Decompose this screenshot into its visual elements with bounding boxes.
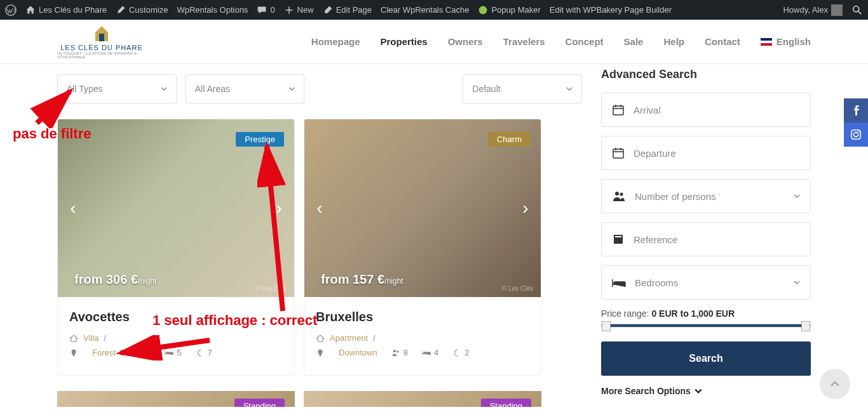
facebook-icon (850, 105, 862, 116)
price-slider[interactable] (601, 324, 811, 328)
bed-icon (165, 348, 173, 357)
nav-properties[interactable]: Properties (380, 36, 427, 47)
site-name-link[interactable]: Les Clés du Phare (25, 5, 107, 15)
edit-page-link[interactable]: Edit Page (323, 5, 372, 15)
search-button[interactable]: Search (601, 341, 811, 376)
property-title[interactable]: Avocettes (69, 310, 283, 324)
people-icon (130, 348, 139, 357)
property-type-link[interactable]: Villa (83, 333, 98, 343)
pin-icon (316, 348, 325, 357)
svg-point-2 (853, 6, 859, 11)
chevron-down-icon (794, 279, 800, 286)
watermark: © Les Clés (502, 285, 533, 292)
arrival-input[interactable]: Arrival (601, 93, 811, 127)
logo-subtitle: LE TOUQUET · LOCATIONS DE STANDING & CÔT… (57, 51, 146, 59)
watermark: © Les Clés (255, 285, 287, 292)
howdy-user[interactable]: Howdy, Alex (783, 4, 843, 16)
home-icon (69, 334, 78, 343)
moon-icon (452, 348, 461, 357)
svg-rect-9 (613, 149, 623, 158)
price-range-label: Price range: 0 EUR to 1,000 EUR (601, 308, 811, 319)
svg-point-10 (615, 192, 619, 195)
advanced-search-sidebar: Advanced Search Arrival Departure Number… (601, 64, 811, 407)
departure-input[interactable]: Departure (601, 136, 811, 170)
persons-select[interactable]: Number of persons (601, 179, 811, 213)
popup-maker-link[interactable]: Popup Maker (478, 5, 540, 15)
avatar (831, 4, 843, 16)
wprentals-options[interactable]: WpRentals Options (177, 5, 248, 15)
home-icon (316, 334, 325, 343)
bed-icon (422, 348, 431, 357)
language-switch[interactable]: English (761, 36, 811, 47)
nav-homepage[interactable]: Homepage (311, 36, 360, 47)
people-icon (391, 348, 400, 357)
svg-point-4 (132, 350, 134, 352)
property-badge: Charm (488, 132, 531, 147)
prev-image[interactable]: ‹ (63, 198, 83, 218)
property-type-link[interactable]: Apartment (330, 333, 368, 343)
svg-rect-8 (613, 106, 623, 115)
filter-types[interactable]: All Types (57, 74, 177, 103)
customize-link[interactable]: Customize (116, 5, 168, 15)
next-image[interactable]: › (515, 198, 536, 218)
pin-icon (69, 348, 78, 357)
chevron-down-icon (794, 193, 800, 199)
property-card[interactable]: Standing (304, 391, 541, 407)
filter-sort[interactable]: Default (463, 74, 582, 103)
chevron-down-icon (566, 86, 573, 92)
wp-logo[interactable] (5, 4, 17, 16)
property-title[interactable]: Bruxelles (316, 310, 529, 324)
badge-standing: Standing (234, 399, 285, 407)
filter-bar: All Types All Areas Default (57, 74, 582, 103)
nav-help[interactable]: Help (663, 36, 684, 47)
chevron-up-icon (829, 378, 841, 390)
logo-title: LES CLÉS DU PHARE (60, 44, 142, 51)
instagram-link[interactable] (844, 122, 868, 147)
people-icon (612, 190, 626, 202)
bed-icon (612, 277, 626, 288)
reference-input[interactable]: Reference (601, 222, 811, 256)
svg-point-11 (620, 193, 623, 196)
property-area-link[interactable]: Downtown (339, 348, 377, 357)
main-nav: LES CLÉS DU PHARE LE TOUQUET · LOCATIONS… (0, 20, 868, 64)
clear-cache-link[interactable]: Clear WpRentals Cache (381, 5, 469, 15)
facebook-link[interactable] (844, 98, 868, 122)
filter-areas[interactable]: All Areas (186, 74, 305, 103)
svg-point-19 (858, 131, 859, 132)
svg-rect-13 (615, 236, 621, 237)
new-link[interactable]: New (284, 5, 314, 15)
price-label: from 306 €/night (58, 272, 156, 297)
admin-search[interactable] (851, 4, 863, 16)
property-area-link[interactable]: Forest (92, 348, 116, 357)
moon-icon (196, 348, 205, 357)
svg-point-6 (393, 350, 396, 352)
comments-link[interactable]: 0 (257, 5, 275, 15)
bedrooms-select[interactable]: Bedrooms (601, 265, 811, 300)
social-links (844, 98, 868, 147)
svg-point-7 (397, 350, 399, 353)
nav-contact[interactable]: Contact (705, 36, 740, 47)
prev-image[interactable]: ‹ (309, 198, 330, 218)
nav-sale[interactable]: Sale (624, 36, 644, 47)
flag-icon (761, 38, 772, 46)
instagram-icon (850, 129, 862, 140)
chevron-down-icon (695, 387, 702, 395)
badge-standing: Standing (481, 399, 531, 407)
chevron-down-icon (161, 86, 167, 92)
nav-travelers[interactable]: Travelers (503, 36, 545, 47)
book-icon (612, 233, 625, 246)
property-card[interactable]: Charm ‹ › from 157 €/night © Les Clés Br… (304, 119, 541, 376)
more-search-options[interactable]: More Search Options (601, 386, 811, 396)
nav-owners[interactable]: Owners (448, 36, 483, 47)
svg-point-1 (479, 6, 487, 14)
wp-admin-bar: Les Clés du Phare Customize WpRentals Op… (0, 0, 868, 20)
property-card[interactable]: Standing (57, 391, 295, 407)
wpbakery-link[interactable]: Edit with WPBakery Page Builder (550, 5, 672, 15)
property-card[interactable]: Prestige ‹ › from 306 €/night © Les Clés… (57, 119, 295, 376)
nav-concept[interactable]: Concept (566, 36, 604, 47)
next-image[interactable]: › (269, 198, 289, 218)
scroll-to-top[interactable] (820, 369, 850, 399)
property-badge: Prestige (236, 132, 284, 147)
svg-rect-3 (99, 34, 104, 41)
site-logo[interactable]: LES CLÉS DU PHARE LE TOUQUET · LOCATIONS… (57, 25, 146, 59)
